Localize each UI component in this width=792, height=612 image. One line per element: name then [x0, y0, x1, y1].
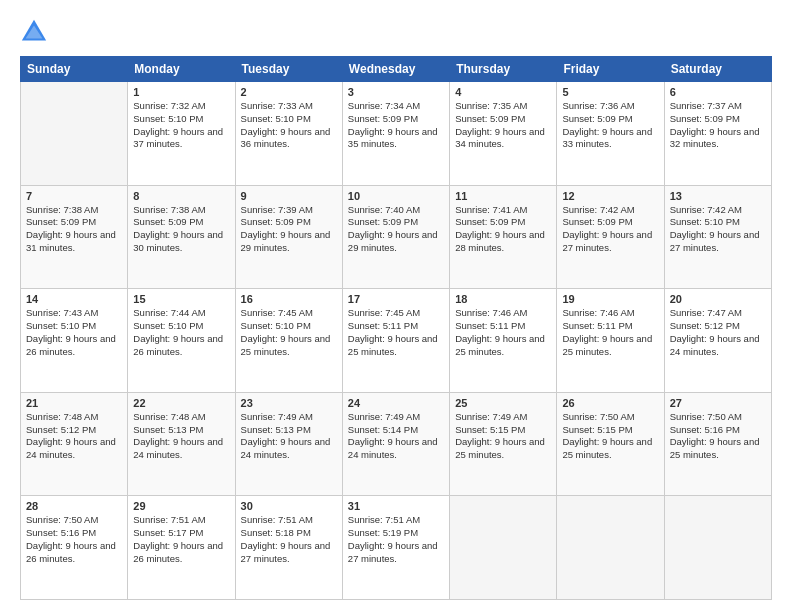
day-cell: 24Sunrise: 7:49 AMSunset: 5:14 PMDayligh… [342, 392, 449, 496]
day-number: 30 [241, 500, 337, 512]
day-number: 16 [241, 293, 337, 305]
day-number: 31 [348, 500, 444, 512]
day-number: 9 [241, 190, 337, 202]
week-row-2: 14Sunrise: 7:43 AMSunset: 5:10 PMDayligh… [21, 289, 772, 393]
day-number: 11 [455, 190, 551, 202]
calendar-header: SundayMondayTuesdayWednesdayThursdayFrid… [21, 57, 772, 82]
day-content: Sunrise: 7:45 AMSunset: 5:11 PMDaylight:… [348, 307, 444, 358]
day-number: 12 [562, 190, 658, 202]
day-cell: 22Sunrise: 7:48 AMSunset: 5:13 PMDayligh… [128, 392, 235, 496]
day-content: Sunrise: 7:47 AMSunset: 5:12 PMDaylight:… [670, 307, 766, 358]
day-content: Sunrise: 7:39 AMSunset: 5:09 PMDaylight:… [241, 204, 337, 255]
logo-icon [20, 18, 48, 46]
day-number: 10 [348, 190, 444, 202]
day-number: 4 [455, 86, 551, 98]
weekday-row: SundayMondayTuesdayWednesdayThursdayFrid… [21, 57, 772, 82]
weekday-tuesday: Tuesday [235, 57, 342, 82]
day-cell: 11Sunrise: 7:41 AMSunset: 5:09 PMDayligh… [450, 185, 557, 289]
day-content: Sunrise: 7:35 AMSunset: 5:09 PMDaylight:… [455, 100, 551, 151]
day-content: Sunrise: 7:50 AMSunset: 5:15 PMDaylight:… [562, 411, 658, 462]
day-number: 24 [348, 397, 444, 409]
day-cell: 27Sunrise: 7:50 AMSunset: 5:16 PMDayligh… [664, 392, 771, 496]
day-cell: 2Sunrise: 7:33 AMSunset: 5:10 PMDaylight… [235, 82, 342, 186]
day-number: 5 [562, 86, 658, 98]
day-cell: 20Sunrise: 7:47 AMSunset: 5:12 PMDayligh… [664, 289, 771, 393]
day-content: Sunrise: 7:43 AMSunset: 5:10 PMDaylight:… [26, 307, 122, 358]
day-content: Sunrise: 7:50 AMSunset: 5:16 PMDaylight:… [670, 411, 766, 462]
day-cell: 13Sunrise: 7:42 AMSunset: 5:10 PMDayligh… [664, 185, 771, 289]
day-cell: 18Sunrise: 7:46 AMSunset: 5:11 PMDayligh… [450, 289, 557, 393]
day-cell: 31Sunrise: 7:51 AMSunset: 5:19 PMDayligh… [342, 496, 449, 600]
day-content: Sunrise: 7:40 AMSunset: 5:09 PMDaylight:… [348, 204, 444, 255]
day-cell [664, 496, 771, 600]
week-row-0: 1Sunrise: 7:32 AMSunset: 5:10 PMDaylight… [21, 82, 772, 186]
day-number: 23 [241, 397, 337, 409]
day-number: 20 [670, 293, 766, 305]
day-number: 19 [562, 293, 658, 305]
calendar-table: SundayMondayTuesdayWednesdayThursdayFrid… [20, 56, 772, 600]
day-number: 25 [455, 397, 551, 409]
day-number: 27 [670, 397, 766, 409]
day-cell: 7Sunrise: 7:38 AMSunset: 5:09 PMDaylight… [21, 185, 128, 289]
day-content: Sunrise: 7:45 AMSunset: 5:10 PMDaylight:… [241, 307, 337, 358]
weekday-saturday: Saturday [664, 57, 771, 82]
day-cell: 26Sunrise: 7:50 AMSunset: 5:15 PMDayligh… [557, 392, 664, 496]
weekday-monday: Monday [128, 57, 235, 82]
header [20, 18, 772, 46]
day-number: 18 [455, 293, 551, 305]
day-number: 22 [133, 397, 229, 409]
day-cell: 9Sunrise: 7:39 AMSunset: 5:09 PMDaylight… [235, 185, 342, 289]
week-row-4: 28Sunrise: 7:50 AMSunset: 5:16 PMDayligh… [21, 496, 772, 600]
logo [20, 18, 52, 46]
day-number: 13 [670, 190, 766, 202]
day-number: 2 [241, 86, 337, 98]
day-content: Sunrise: 7:44 AMSunset: 5:10 PMDaylight:… [133, 307, 229, 358]
day-cell: 30Sunrise: 7:51 AMSunset: 5:18 PMDayligh… [235, 496, 342, 600]
day-content: Sunrise: 7:32 AMSunset: 5:10 PMDaylight:… [133, 100, 229, 151]
calendar-body: 1Sunrise: 7:32 AMSunset: 5:10 PMDaylight… [21, 82, 772, 600]
day-number: 14 [26, 293, 122, 305]
day-content: Sunrise: 7:33 AMSunset: 5:10 PMDaylight:… [241, 100, 337, 151]
day-number: 7 [26, 190, 122, 202]
day-cell: 12Sunrise: 7:42 AMSunset: 5:09 PMDayligh… [557, 185, 664, 289]
day-cell: 29Sunrise: 7:51 AMSunset: 5:17 PMDayligh… [128, 496, 235, 600]
day-cell: 5Sunrise: 7:36 AMSunset: 5:09 PMDaylight… [557, 82, 664, 186]
day-content: Sunrise: 7:38 AMSunset: 5:09 PMDaylight:… [133, 204, 229, 255]
day-cell: 19Sunrise: 7:46 AMSunset: 5:11 PMDayligh… [557, 289, 664, 393]
day-cell: 21Sunrise: 7:48 AMSunset: 5:12 PMDayligh… [21, 392, 128, 496]
day-cell: 14Sunrise: 7:43 AMSunset: 5:10 PMDayligh… [21, 289, 128, 393]
day-cell: 3Sunrise: 7:34 AMSunset: 5:09 PMDaylight… [342, 82, 449, 186]
day-content: Sunrise: 7:37 AMSunset: 5:09 PMDaylight:… [670, 100, 766, 151]
day-number: 28 [26, 500, 122, 512]
day-content: Sunrise: 7:34 AMSunset: 5:09 PMDaylight:… [348, 100, 444, 151]
day-cell: 10Sunrise: 7:40 AMSunset: 5:09 PMDayligh… [342, 185, 449, 289]
day-number: 6 [670, 86, 766, 98]
weekday-wednesday: Wednesday [342, 57, 449, 82]
day-number: 8 [133, 190, 229, 202]
day-number: 15 [133, 293, 229, 305]
day-cell [557, 496, 664, 600]
day-cell: 4Sunrise: 7:35 AMSunset: 5:09 PMDaylight… [450, 82, 557, 186]
day-cell: 6Sunrise: 7:37 AMSunset: 5:09 PMDaylight… [664, 82, 771, 186]
day-content: Sunrise: 7:46 AMSunset: 5:11 PMDaylight:… [562, 307, 658, 358]
day-cell [450, 496, 557, 600]
day-cell: 15Sunrise: 7:44 AMSunset: 5:10 PMDayligh… [128, 289, 235, 393]
day-cell: 17Sunrise: 7:45 AMSunset: 5:11 PMDayligh… [342, 289, 449, 393]
week-row-1: 7Sunrise: 7:38 AMSunset: 5:09 PMDaylight… [21, 185, 772, 289]
day-cell: 1Sunrise: 7:32 AMSunset: 5:10 PMDaylight… [128, 82, 235, 186]
day-content: Sunrise: 7:51 AMSunset: 5:18 PMDaylight:… [241, 514, 337, 565]
day-content: Sunrise: 7:42 AMSunset: 5:09 PMDaylight:… [562, 204, 658, 255]
day-content: Sunrise: 7:51 AMSunset: 5:19 PMDaylight:… [348, 514, 444, 565]
day-cell: 8Sunrise: 7:38 AMSunset: 5:09 PMDaylight… [128, 185, 235, 289]
day-content: Sunrise: 7:50 AMSunset: 5:16 PMDaylight:… [26, 514, 122, 565]
day-number: 29 [133, 500, 229, 512]
day-cell: 16Sunrise: 7:45 AMSunset: 5:10 PMDayligh… [235, 289, 342, 393]
day-content: Sunrise: 7:38 AMSunset: 5:09 PMDaylight:… [26, 204, 122, 255]
day-content: Sunrise: 7:41 AMSunset: 5:09 PMDaylight:… [455, 204, 551, 255]
day-content: Sunrise: 7:48 AMSunset: 5:13 PMDaylight:… [133, 411, 229, 462]
day-content: Sunrise: 7:49 AMSunset: 5:14 PMDaylight:… [348, 411, 444, 462]
day-cell: 25Sunrise: 7:49 AMSunset: 5:15 PMDayligh… [450, 392, 557, 496]
day-content: Sunrise: 7:46 AMSunset: 5:11 PMDaylight:… [455, 307, 551, 358]
day-content: Sunrise: 7:49 AMSunset: 5:13 PMDaylight:… [241, 411, 337, 462]
page: SundayMondayTuesdayWednesdayThursdayFrid… [0, 0, 792, 612]
